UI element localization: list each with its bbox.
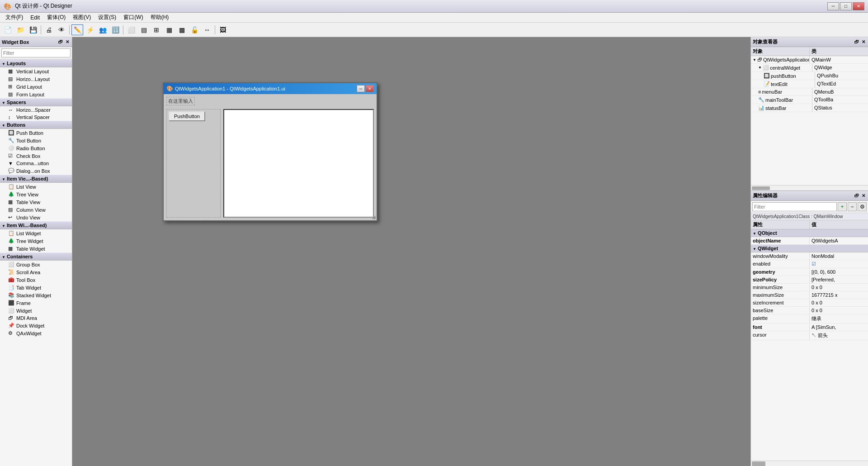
tb-edit-signals-button[interactable]: ⚡ <box>84 24 96 35</box>
widget-tool-button[interactable]: 🔧 Tool Button <box>0 137 72 144</box>
pe-row-cursor[interactable]: cursor ↖ 箭头 <box>751 331 868 340</box>
widget-scroll-area[interactable]: 📜 Scroll Area <box>0 268 72 276</box>
menu-view[interactable]: 视图(V) <box>69 13 94 22</box>
pe-row-geometry[interactable]: geometry [(0, 0), 600 <box>751 268 868 276</box>
widget-radio-button[interactable]: ⚪ Radio Button <box>0 144 72 152</box>
push-button-widget[interactable]: PushButton <box>169 111 205 121</box>
menu-form[interactable]: 窗体(O) <box>43 13 69 22</box>
close-button[interactable]: ✕ <box>853 2 864 10</box>
widget-vertical-layout[interactable]: ▦ Vertical Layout <box>0 67 72 75</box>
pe-category-qobject[interactable]: QObject <box>751 229 868 237</box>
oi-row-menubar[interactable]: ≡ menuBar QMenuB <box>751 88 868 96</box>
widget-column-view[interactable]: ▤ Column View <box>0 206 72 214</box>
category-buttons[interactable]: Buttons <box>0 121 72 129</box>
tb-edit-widget-button[interactable]: ✏️ <box>71 24 83 35</box>
widget-frame[interactable]: ⬛ Frame <box>0 299 72 307</box>
pe-row-maximumsize[interactable]: maximumSize 16777215 x <box>751 291 868 299</box>
tb-layout-grid-button[interactable]: ⊞ <box>151 24 162 35</box>
design-area[interactable]: 🎨 QtWidgetsApplication1 - QtWidgetsAppli… <box>72 37 750 466</box>
menu-file[interactable]: 文件(F) <box>2 13 27 22</box>
widget-horizontal-spacer[interactable]: ↔ Horizo...Spacer <box>0 106 72 114</box>
pe-row-font[interactable]: font A [SimSun, <box>751 323 868 331</box>
pe-row-palette[interactable]: palette 继承 <box>751 314 868 323</box>
property-remove-button[interactable]: − <box>848 202 857 211</box>
property-editor-close-button[interactable]: ✕ <box>861 193 866 198</box>
widget-check-box[interactable]: ☑ Check Box <box>0 152 72 160</box>
widget-box-float-button[interactable]: 🗗 <box>57 39 64 44</box>
property-add-button[interactable]: + <box>838 202 847 211</box>
tb-new-button[interactable]: 📄 <box>2 24 14 35</box>
pe-category-qwidget[interactable]: QWidget <box>751 245 868 252</box>
menu-settings[interactable]: 设置(S) <box>94 13 120 22</box>
property-editor-float-button[interactable]: 🗗 <box>854 193 860 198</box>
widget-form-layout[interactable]: ▤ Form Layout <box>0 90 72 98</box>
resize-handle[interactable]: ◢ <box>372 214 376 219</box>
menu-window[interactable]: 窗口(W) <box>120 13 146 22</box>
pe-row-minimumsize[interactable]: minimumSize 0 x 0 <box>751 284 868 291</box>
pe-row-enabled[interactable]: enabled ☑ <box>751 260 868 268</box>
pe-row-basesize[interactable]: baseSize 0 x 0 <box>751 307 868 314</box>
tb-layout-fill-button[interactable]: ▩ <box>176 24 188 35</box>
widget-qax-widget[interactable]: ⚙ QAxWidget <box>0 329 72 337</box>
tb-layout-h-button[interactable]: ▤ <box>138 24 150 35</box>
widget-list-view[interactable]: 📋 List View <box>0 183 72 190</box>
widget-widget[interactable]: ⬜ Widget <box>0 307 72 314</box>
pe-row-sizepolicy[interactable]: sizePolicy [Preferred, <box>751 276 868 284</box>
widget-table-widget[interactable]: ▦ Table Widget <box>0 245 72 252</box>
widget-dialog-button-box[interactable]: 💬 Dialog...on Box <box>0 167 72 175</box>
tb-edit-taborder-button[interactable]: 🔢 <box>109 24 121 35</box>
widget-undo-view[interactable]: ↩ Undo View <box>0 214 72 221</box>
widget-vertical-spacer[interactable]: ↕ Vertical Spacer <box>0 114 72 121</box>
tb-layout-form-button[interactable]: ▦ <box>163 24 175 35</box>
widget-tree-view[interactable]: 🌲 Tree View <box>0 190 72 198</box>
maximize-button[interactable]: □ <box>840 2 852 10</box>
designer-window[interactable]: 🎨 QtWidgetsApplication1 - QtWidgetsAppli… <box>163 82 377 221</box>
widget-box-filter-input[interactable] <box>1 48 71 57</box>
widget-grid-layout[interactable]: ⊞ Grid Layout <box>0 83 72 90</box>
oi-row-centralwidget[interactable]: ▼ ⬜ centralWidget QWidge <box>751 64 868 72</box>
tb-save-button[interactable]: 💾 <box>27 24 39 35</box>
pe-val-enabled[interactable]: ☑ <box>810 260 868 268</box>
widget-mdi-area[interactable]: 🗗 MDI Area <box>0 314 72 322</box>
widget-horizontal-layout[interactable]: ▤ Horizo...Layout <box>0 75 72 83</box>
pe-row-objectname[interactable]: objectName QtWidgetsA <box>751 237 868 245</box>
object-inspector-close-button[interactable]: ✕ <box>861 39 866 44</box>
widget-dock-widget[interactable]: 📌 Dock Widget <box>0 322 72 329</box>
category-spacers[interactable]: Spacers <box>0 98 72 106</box>
menu-help[interactable]: 帮助(H) <box>147 13 173 22</box>
widget-push-button[interactable]: 🔲 Push Button <box>0 129 72 137</box>
widget-tool-box[interactable]: 🧰 Tool Box <box>0 276 72 284</box>
tb-preview-button[interactable]: 👁 <box>56 24 67 35</box>
widget-tab-widget[interactable]: 📑 Tab Widget <box>0 284 72 291</box>
tb-open-button[interactable]: 📁 <box>14 24 26 35</box>
designer-minimize-button[interactable]: ─ <box>357 85 365 92</box>
designer-close-button[interactable]: ✕ <box>366 85 374 92</box>
tb-print-button[interactable]: 🖨 <box>43 24 55 35</box>
tb-edit-buddies-button[interactable]: 👥 <box>97 24 108 35</box>
property-configure-button[interactable]: ⚙ <box>858 202 867 211</box>
oi-row-pushbutton[interactable]: 🔲 pushButton QPushBu <box>751 72 868 80</box>
designer-left-area[interactable]: PushButton <box>166 109 221 218</box>
widget-table-view[interactable]: ▦ Table View <box>0 198 72 206</box>
tb-layout-break-button[interactable]: 🔓 <box>189 24 200 35</box>
tb-layout-v-button[interactable]: ⬜ <box>125 24 137 35</box>
category-containers[interactable]: Containers <box>0 252 72 261</box>
widget-box-close-button[interactable]: ✕ <box>65 39 70 44</box>
tb-adjust-size-button[interactable]: ↔ <box>201 24 213 35</box>
category-item-view[interactable]: Item Vie...-Based) <box>0 175 72 183</box>
minimize-button[interactable]: ─ <box>827 2 839 10</box>
category-item-widget[interactable]: Item Wi...-Based) <box>0 221 72 229</box>
text-edit-widget[interactable] <box>223 109 374 218</box>
widget-stacked-widget[interactable]: 📚 Stacked Widget <box>0 291 72 299</box>
category-layouts[interactable]: Layouts <box>0 59 72 67</box>
oi-row-statusbar[interactable]: 📊 statusBar QStatus <box>751 104 868 112</box>
tb-preview-form-button[interactable]: 🖼 <box>217 24 229 35</box>
oi-row-maintoolbar[interactable]: 🔧 mainToolBar QToolBa <box>751 96 868 104</box>
menu-edit[interactable]: Edit <box>27 14 43 22</box>
widget-list-widget[interactable]: 📋 List Widget <box>0 229 72 237</box>
widget-tree-widget[interactable]: 🌲 Tree Widget <box>0 237 72 245</box>
object-inspector-float-button[interactable]: 🗗 <box>854 39 860 44</box>
widget-group-box[interactable]: ⬜ Group Box <box>0 261 72 268</box>
property-editor-filter-input[interactable] <box>752 202 837 211</box>
widget-command-button[interactable]: ▼ Comma...utton <box>0 160 72 167</box>
